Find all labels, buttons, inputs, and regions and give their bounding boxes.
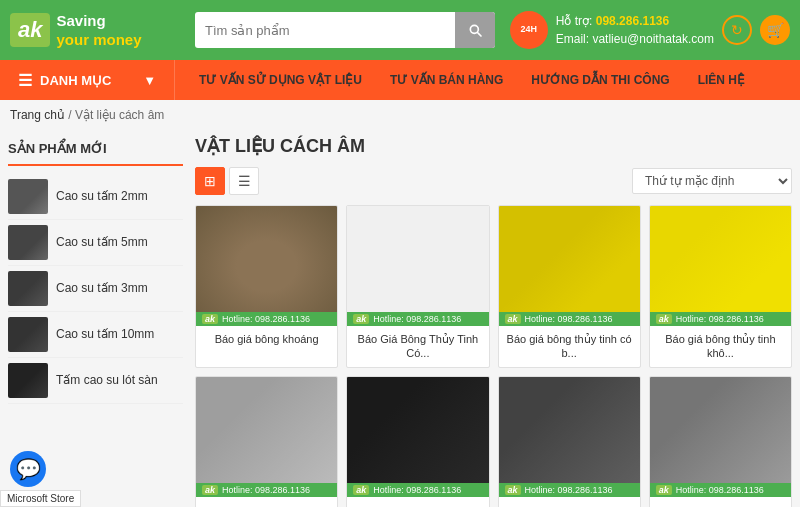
cart-button[interactable]: 🛒: [760, 15, 790, 45]
product-name: [650, 497, 791, 507]
nav-lien-he[interactable]: LIÊN HỆ: [684, 60, 759, 100]
product-name: Báo giá bông thủy tinh có b...: [499, 326, 640, 367]
product-name: [196, 497, 337, 507]
sidebar-item-label: Cao su tấm 3mm: [56, 281, 148, 297]
danh-muc-label: DANH MỤC: [40, 73, 111, 88]
header-right: 24H Hỗ trợ: 098.286.1136 Email: vatlieu@…: [510, 11, 790, 49]
product-ak-logo: ak: [202, 485, 218, 495]
product-ak-logo: ak: [656, 485, 672, 495]
product-ak-logo: ak: [353, 314, 369, 324]
product-ak-logo: ak: [202, 314, 218, 324]
chevron-down-icon: ▼: [143, 73, 156, 88]
view-buttons: ⊞ ☰: [195, 167, 259, 195]
product-card[interactable]: ak Hotline: 098.286.1136 Báo giá bông th…: [498, 205, 641, 368]
logo-tagline: Saving your money: [56, 11, 141, 50]
sidebar-thumb: [8, 271, 48, 306]
hotline-badge: 24H: [510, 11, 548, 49]
grid-view-button[interactable]: ⊞: [195, 167, 225, 195]
product-image: ak Hotline: 098.286.1136: [499, 206, 640, 326]
product-hotline-text: Hotline: 098.286.1136: [676, 314, 764, 324]
product-hotline-text: Hotline: 098.286.1136: [222, 314, 310, 324]
sort-select[interactable]: Thứ tự mặc địnhTheo giá tăng dầnTheo giá…: [632, 168, 792, 194]
search-bar: [195, 12, 495, 48]
product-image: ak Hotline: 098.286.1136: [196, 377, 337, 497]
product-grid: ak Hotline: 098.286.1136 Báo giá bông kh…: [195, 205, 792, 507]
product-image: ak Hotline: 098.286.1136: [347, 206, 488, 326]
product-name: Báo giá bông thủy tinh khô...: [650, 326, 791, 367]
sidebar-title: SẢN PHẨM MỚI: [8, 135, 183, 166]
hotline-bar: ak Hotline: 098.286.1136: [347, 483, 488, 497]
product-name: Báo giá bông khoáng: [196, 326, 337, 352]
ms-store-label: Microsoft Store: [0, 490, 81, 507]
hotline-info: Hỗ trợ: 098.286.1136 Email: vatlieu@noit…: [556, 12, 714, 48]
hotline-bar: ak Hotline: 098.286.1136: [499, 312, 640, 326]
search-input[interactable]: [195, 23, 455, 38]
product-card[interactable]: ak Hotline: 098.286.1136 Báo Giá Bông Th…: [346, 205, 489, 368]
sidebar-thumb: [8, 179, 48, 214]
list-view-button[interactable]: ☰: [229, 167, 259, 195]
danh-muc-button[interactable]: ☰ DANH MỤC ▼: [0, 60, 175, 100]
nav-huong-dan-thi-cong[interactable]: HƯỚNG DẪN THI CÔNG: [517, 60, 683, 100]
sidebar-thumb: [8, 225, 48, 260]
sidebar-item-label: Cao su tấm 5mm: [56, 235, 148, 251]
page-title: VẬT LIỆU CÁCH ÂM: [195, 135, 792, 157]
hotline-bar: ak Hotline: 098.286.1136: [347, 312, 488, 326]
sidebar-thumb: [8, 317, 48, 352]
hotline-bar: ak Hotline: 098.286.1136: [196, 483, 337, 497]
main-layout: SẢN PHẨM MỚI Cao su tấm 2mm Cao su tấm 5…: [0, 130, 800, 507]
sidebar-item-label: Cao su tấm 10mm: [56, 327, 154, 343]
product-ak-logo: ak: [656, 314, 672, 324]
sidebar-item[interactable]: Cao su tấm 5mm: [8, 220, 183, 266]
refresh-button[interactable]: ↻: [722, 15, 752, 45]
product-card[interactable]: ak Hotline: 098.286.1136 Báo giá bông th…: [649, 205, 792, 368]
breadcrumb: Trang chủ / Vật liệu cách âm: [0, 100, 800, 130]
sidebar-item-label: Tấm cao su lót sàn: [56, 373, 158, 389]
product-ak-logo: ak: [505, 314, 521, 324]
breadcrumb-current: Vật liệu cách âm: [75, 108, 164, 122]
facebook-chat-button[interactable]: 💬: [10, 451, 46, 487]
product-hotline-text: Hotline: 098.286.1136: [525, 485, 613, 495]
product-hotline-text: Hotline: 098.286.1136: [525, 314, 613, 324]
logo-ak-text: ak: [10, 13, 50, 47]
nav-tu-van-ban-hang[interactable]: TƯ VẤN BÁN HÀNG: [376, 60, 517, 100]
nav-tu-van-vat-lieu[interactable]: TƯ VẤN SỬ DỤNG VẬT LIỆU: [185, 60, 376, 100]
header: ak Saving your money 24H Hỗ trợ: 098.286…: [0, 0, 800, 60]
content-area: VẬT LIỆU CÁCH ÂM ⊞ ☰ Thứ tự mặc địnhTheo…: [195, 135, 792, 507]
product-name: [347, 497, 488, 507]
nav-links: TƯ VẤN SỬ DỤNG VẬT LIỆU TƯ VẤN BÁN HÀNG …: [175, 60, 800, 100]
hotline-bar: ak Hotline: 098.286.1136: [196, 312, 337, 326]
hotline-bar: ak Hotline: 098.286.1136: [650, 483, 791, 497]
product-ak-logo: ak: [505, 485, 521, 495]
product-hotline-text: Hotline: 098.286.1136: [676, 485, 764, 495]
hotline-bar: ak Hotline: 098.286.1136: [650, 312, 791, 326]
breadcrumb-separator: /: [68, 108, 75, 122]
sidebar-thumb: [8, 363, 48, 398]
product-name: Báo Giá Bông Thủy Tinh Có...: [347, 326, 488, 367]
product-hotline-text: Hotline: 098.286.1136: [373, 314, 461, 324]
search-icon: [467, 22, 483, 38]
product-image: ak Hotline: 098.286.1136: [196, 206, 337, 326]
product-image: ak Hotline: 098.286.1136: [347, 377, 488, 497]
product-hotline-text: Hotline: 098.286.1136: [373, 485, 461, 495]
breadcrumb-home[interactable]: Trang chủ: [10, 108, 65, 122]
sidebar-item-label: Cao su tấm 2mm: [56, 189, 148, 205]
product-image: ak Hotline: 098.286.1136: [499, 377, 640, 497]
logo[interactable]: ak Saving your money: [10, 11, 180, 50]
content-toolbar: ⊞ ☰ Thứ tự mặc địnhTheo giá tăng dầnTheo…: [195, 167, 792, 195]
navbar: ☰ DANH MỤC ▼ TƯ VẤN SỬ DỤNG VẬT LIỆU TƯ …: [0, 60, 800, 100]
sidebar-item[interactable]: Tấm cao su lót sàn: [8, 358, 183, 404]
product-card[interactable]: ak Hotline: 098.286.1136 Báo giá bông kh…: [195, 205, 338, 368]
product-card[interactable]: ak Hotline: 098.286.1136: [195, 376, 338, 507]
sidebar-item[interactable]: Cao su tấm 2mm: [8, 174, 183, 220]
menu-icon: ☰: [18, 71, 32, 90]
sidebar-item[interactable]: Cao su tấm 10mm: [8, 312, 183, 358]
product-card[interactable]: ak Hotline: 098.286.1136: [498, 376, 641, 507]
product-image: ak Hotline: 098.286.1136: [650, 377, 791, 497]
product-ak-logo: ak: [353, 485, 369, 495]
product-card[interactable]: ak Hotline: 098.286.1136: [649, 376, 792, 507]
sidebar-item[interactable]: Cao su tấm 3mm: [8, 266, 183, 312]
search-button[interactable]: [455, 12, 495, 48]
hotline-bar: ak Hotline: 098.286.1136: [499, 483, 640, 497]
product-name: [499, 497, 640, 507]
product-card[interactable]: ak Hotline: 098.286.1136: [346, 376, 489, 507]
